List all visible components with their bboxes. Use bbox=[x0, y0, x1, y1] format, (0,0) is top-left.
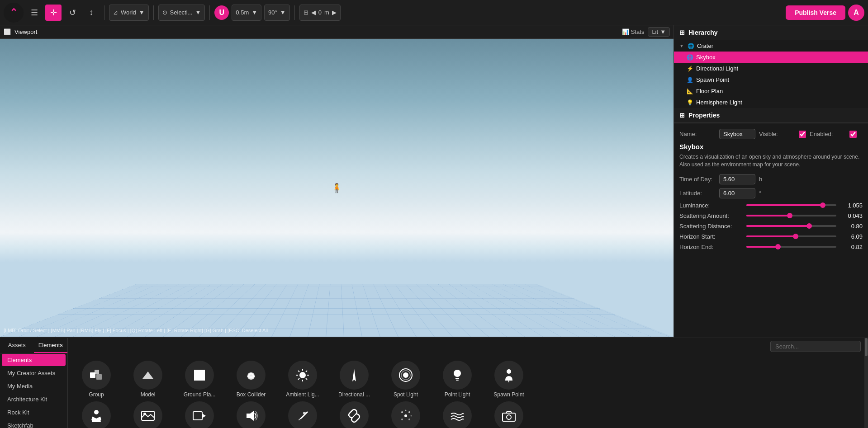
logo-button[interactable]: ⌃ bbox=[4, 3, 24, 23]
snap-label: 0.5m bbox=[236, 9, 249, 16]
transform-button[interactable]: ↕ bbox=[83, 5, 100, 21]
grid-prev-icon[interactable]: ◀ bbox=[311, 9, 316, 16]
grid-control[interactable]: ⊞ ◀ 0 m ▶ bbox=[299, 5, 341, 21]
element-spawn-point[interactable]: Spawn Point bbox=[484, 359, 534, 400]
viewport-canvas[interactable]: 🧍 [LMB] Orbit / Select | [MMB] Pan | [RM… bbox=[0, 39, 674, 337]
elements-grid: Group Model Ground Pla... bbox=[68, 355, 864, 428]
element-model[interactable]: Model bbox=[123, 359, 173, 400]
element-group[interactable]: Group bbox=[71, 359, 121, 400]
hierarchy-item-spawn-point[interactable]: 👤 Spawn Point bbox=[674, 74, 868, 85]
tab-elements[interactable]: Elements bbox=[34, 338, 68, 353]
hierarchy-item-label: Spawn Point bbox=[696, 76, 729, 83]
bottom-panel: Assets Elements Elements My Creator Asse… bbox=[0, 338, 868, 428]
horizon-end-thumb bbox=[775, 244, 781, 249]
element-ground-plane[interactable]: Ground Pla... bbox=[175, 359, 224, 400]
scattering-distance-slider[interactable] bbox=[746, 225, 836, 227]
element-link[interactable]: Link bbox=[329, 400, 379, 428]
selection-label: Selecti... bbox=[170, 9, 193, 16]
element-point-light[interactable]: Point Light bbox=[432, 359, 482, 400]
user-avatar[interactable]: A bbox=[848, 5, 864, 21]
nav-my-media[interactable]: My Media bbox=[2, 380, 66, 392]
search-input[interactable] bbox=[770, 341, 861, 352]
bottom-search-bar bbox=[68, 338, 864, 355]
svg-rect-20 bbox=[456, 380, 459, 381]
element-camera[interactable]: Camera bbox=[484, 400, 534, 428]
element-box-collider[interactable]: Box Collider bbox=[226, 359, 276, 400]
chevron-down-icon-4: ▼ bbox=[280, 9, 286, 16]
hierarchy-title: Hierarchy bbox=[688, 29, 718, 36]
link-icon bbox=[340, 401, 369, 428]
element-water[interactable]: Water bbox=[432, 400, 482, 428]
stats-label: Stats bbox=[631, 28, 645, 35]
horizon-end-slider[interactable] bbox=[746, 246, 836, 248]
spot-light-icon bbox=[391, 361, 420, 390]
hierarchy-item-label: Floor Plan bbox=[696, 88, 723, 94]
expand-arrow-icon: ▼ bbox=[679, 43, 684, 48]
bottom-left-nav: Assets Elements Elements My Creator Asse… bbox=[0, 338, 68, 428]
stats-button[interactable]: 📊 Stats bbox=[622, 28, 645, 35]
spawn-figure: 🧍 bbox=[331, 183, 342, 193]
lit-dropdown[interactable]: Lit ▼ bbox=[648, 27, 670, 37]
move-button[interactable]: ✛ bbox=[45, 5, 62, 21]
hierarchy-item-hemisphere-light[interactable]: 💡 Hemisphere Light bbox=[674, 97, 868, 108]
angle-dropdown[interactable]: 90° ▼ bbox=[264, 5, 290, 21]
ambient-light-icon bbox=[288, 361, 317, 390]
nav-rock-kit[interactable]: Rock Kit bbox=[2, 406, 66, 419]
point-light-label: Point Light bbox=[445, 391, 470, 398]
pen-icon bbox=[288, 401, 317, 428]
element-ambient-light[interactable]: Ambient Lig... bbox=[278, 359, 327, 400]
directional-light-label: Directional ... bbox=[338, 391, 370, 398]
element-spot-light[interactable]: Spot Light bbox=[381, 359, 431, 400]
element-pen[interactable]: Pen bbox=[278, 400, 327, 428]
visible-checkbox[interactable] bbox=[799, 131, 806, 138]
hierarchy-item-crater[interactable]: ▼ 🌐 Crater bbox=[674, 40, 868, 52]
angle-label: 90° bbox=[268, 9, 277, 16]
menu-button[interactable]: ☰ bbox=[26, 5, 43, 21]
element-avatar[interactable]: Avatar bbox=[71, 400, 121, 428]
scattering-amount-fill bbox=[746, 215, 790, 216]
u-button[interactable]: U bbox=[214, 5, 229, 20]
hierarchy-header: ⊞ Hierarchy bbox=[674, 25, 868, 40]
svg-point-16 bbox=[403, 372, 408, 378]
right-panel: ⊞ Hierarchy ▼ 🌐 Crater 🌐 Skybox ⚡ bbox=[674, 25, 868, 338]
viewport-header: ⬜ Viewport 📊 Stats Lit ▼ bbox=[0, 25, 674, 39]
horizon-start-slider[interactable] bbox=[746, 235, 836, 237]
nav-sketchfab[interactable]: Sketchfab bbox=[2, 419, 66, 428]
nav-elements[interactable]: Elements bbox=[2, 354, 66, 366]
snap-dropdown[interactable]: 0.5m ▼ bbox=[232, 5, 261, 21]
nav-architecture-kit[interactable]: Architecture Kit bbox=[2, 393, 66, 405]
element-image[interactable]: Image bbox=[123, 400, 173, 428]
scattering-amount-label: Scattering Amount: bbox=[679, 212, 743, 219]
svg-line-10 bbox=[298, 371, 299, 372]
nav-my-creator-assets[interactable]: My Creator Assets bbox=[2, 367, 66, 379]
element-directional-light[interactable]: Directional ... bbox=[329, 359, 379, 400]
element-particle[interactable]: Particle bbox=[381, 400, 431, 428]
svg-rect-2 bbox=[96, 374, 102, 380]
scattering-amount-slider[interactable] bbox=[746, 215, 836, 216]
element-video[interactable]: Video bbox=[175, 400, 224, 428]
hierarchy-item-floor-plan[interactable]: 📐 Floor Plan bbox=[674, 85, 868, 97]
image-icon bbox=[133, 401, 162, 428]
enabled-checkbox[interactable] bbox=[849, 131, 857, 138]
elements-scrollbar[interactable] bbox=[864, 338, 868, 428]
group-icon bbox=[82, 361, 111, 390]
grid-next-icon[interactable]: ▶ bbox=[332, 9, 337, 16]
elements-row-1: Group Model Ground Pla... bbox=[71, 359, 861, 400]
coordinate-dropdown[interactable]: ⊿ World ▼ bbox=[109, 5, 149, 21]
svg-point-33 bbox=[404, 414, 407, 417]
latitude-input[interactable] bbox=[719, 188, 755, 198]
tab-assets[interactable]: Assets bbox=[0, 338, 34, 353]
selection-dropdown[interactable]: ⊙ Selecti... ▼ bbox=[158, 5, 205, 21]
ambient-light-label: Ambient Lig... bbox=[286, 391, 319, 398]
name-input[interactable] bbox=[719, 129, 755, 139]
refresh-button[interactable]: ↺ bbox=[64, 5, 81, 21]
hierarchy-item-skybox[interactable]: 🌐 Skybox bbox=[674, 52, 868, 63]
hierarchy-item-directional-light[interactable]: ⚡ Directional Light bbox=[674, 63, 868, 74]
time-input[interactable] bbox=[719, 174, 755, 184]
hierarchy-item-label: Skybox bbox=[696, 54, 716, 61]
camera-icon bbox=[494, 401, 523, 428]
luminance-slider[interactable] bbox=[746, 204, 836, 206]
viewport-expand-icon[interactable]: ⬜ bbox=[4, 28, 11, 35]
publish-button[interactable]: Publish Verse bbox=[786, 5, 845, 20]
element-audio[interactable]: Audio bbox=[226, 400, 276, 428]
